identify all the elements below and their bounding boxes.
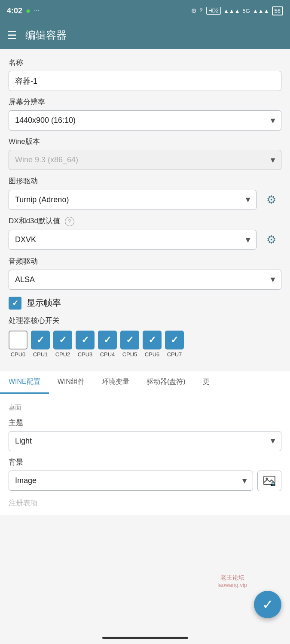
dx-row: DXVK ▼ ⚙ (9, 230, 281, 250)
cpu-item-2[interactable]: ✓ CPU2 (53, 331, 72, 358)
cpu1-checkbox[interactable]: ✓ (31, 331, 50, 349)
graphics-driver-select[interactable]: Turnip (Adreno) ▼ (9, 190, 256, 210)
watermark-top: 老王论坛 (217, 574, 247, 582)
tab-more[interactable]: 更 (194, 371, 218, 394)
show-fps-row: ✓ 显示帧率 (9, 297, 281, 310)
tab-env-vars[interactable]: 环境变量 (93, 371, 138, 394)
cpu6-label: CPU6 (145, 351, 160, 358)
wine-config-tab-content: 桌面 主题 Light ▼ 背景 Image ▼ 📷 注册表项 (0, 394, 290, 515)
background-row: Image ▼ 📷 (9, 471, 281, 491)
cpu7-checkmark: ✓ (171, 334, 178, 346)
audio-driver-label: 音频驱动 (9, 256, 281, 266)
theme-select[interactable]: Light ▼ (9, 431, 281, 451)
resolution-label: 屏幕分辨率 (9, 97, 281, 107)
cpu-item-1[interactable]: ✓ CPU1 (31, 331, 50, 358)
watermark: 老王论坛 laowang.vip (217, 574, 247, 588)
status-right: ⊕ 𝄢 HD2 ▲▲▲ 5G ▲▲▲ 56 (191, 6, 283, 15)
cpu2-checkmark: ✓ (59, 334, 67, 346)
resolution-select[interactable]: 1440x900 (16:10) ▼ (9, 110, 281, 131)
cpu3-checkmark: ✓ (81, 334, 89, 346)
show-fps-label: 显示帧率 (27, 297, 61, 309)
tab-win-components[interactable]: WIN组件 (49, 371, 93, 394)
status-dots: ··· (34, 7, 40, 15)
status-bar: 4:02 ● ··· ⊕ 𝄢 HD2 ▲▲▲ 5G ▲▲▲ 56 (0, 0, 290, 21)
cpu4-label: CPU4 (100, 351, 115, 358)
cpu-item-5[interactable]: ✓ CPU5 (120, 331, 139, 358)
dx-label: DX和d3d默认值 ? (9, 216, 281, 226)
cpu1-checkmark: ✓ (37, 334, 44, 346)
show-fps-checkmark: ✓ (12, 298, 18, 308)
bottom-nav-indicator (102, 637, 188, 639)
cpu3-label: CPU3 (78, 351, 93, 358)
graphics-driver-value: Turnip (Adreno) (9, 190, 256, 210)
cpu-item-6[interactable]: ✓ CPU6 (143, 331, 162, 358)
cpu-grid: ✓ CPU0 ✓ CPU1 ✓ CPU2 ✓ CPU3 (9, 331, 281, 358)
name-label: 名称 (9, 58, 281, 67)
background-image-button[interactable]: 📷 (257, 471, 281, 491)
5g-label: 5G (243, 8, 250, 14)
cpu6-checkmark: ✓ (148, 334, 156, 346)
graphics-driver-settings-button[interactable]: ⚙ (261, 189, 281, 210)
status-time: 4:02 (7, 6, 22, 15)
svg-text:📷: 📷 (270, 481, 275, 486)
cpu2-label: CPU2 (55, 351, 70, 358)
audio-driver-value: ALSA (9, 270, 281, 289)
battery-indicator: 56 (272, 6, 283, 15)
headphone-icon: 𝄢 (199, 7, 204, 15)
dx-select[interactable]: DXVK ▼ (9, 230, 256, 250)
bluetooth-icon: ⊕ (191, 7, 197, 15)
tabs-bar: WINE配置 WIN组件 环境变量 驱动器(盘符) 更 (0, 371, 290, 394)
signal2-icon: ▲▲▲ (253, 8, 269, 14)
graphics-driver-label: 图形驱动 (9, 176, 281, 186)
fab-checkmark-icon: ✓ (262, 596, 274, 613)
theme-value: Light (9, 431, 281, 451)
cpu-item-0[interactable]: ✓ CPU0 (9, 331, 27, 358)
background-select[interactable]: Image ▼ (9, 471, 253, 491)
name-input[interactable] (9, 71, 281, 91)
cpu0-label: CPU0 (11, 351, 26, 358)
signal-icon: ▲▲▲ (223, 8, 240, 14)
dx-help-icon[interactable]: ? (65, 217, 74, 226)
desktop-section-header: 桌面 (9, 404, 281, 412)
cpu4-checkmark: ✓ (104, 334, 111, 346)
dx-label-text: DX和d3d默认值 (9, 217, 60, 225)
cpu7-checkbox[interactable]: ✓ (165, 331, 184, 349)
wine-version-select[interactable]: Wine 9.3 (x86_64) ▼ (9, 150, 281, 170)
cpu-item-7[interactable]: ✓ CPU7 (165, 331, 184, 358)
status-left: 4:02 ● ··· (7, 6, 40, 15)
wine-version-label: Wine版本 (9, 137, 281, 146)
cpu1-label: CPU1 (33, 351, 48, 358)
cpu7-label: CPU7 (167, 351, 182, 358)
main-content: 名称 屏幕分辨率 1440x900 (16:10) ▼ Wine版本 Wine … (0, 49, 290, 365)
graphics-driver-row: Turnip (Adreno) ▼ ⚙ (9, 189, 281, 210)
cpu5-label: CPU5 (122, 351, 137, 358)
cpu5-checkbox[interactable]: ✓ (120, 331, 139, 349)
page-title: 编辑容器 (25, 28, 67, 42)
image-icon: 📷 (263, 476, 275, 486)
registry-label: 注册表项 (9, 498, 281, 508)
resolution-value: 1440x900 (16:10) (9, 111, 281, 130)
cpu2-checkbox[interactable]: ✓ (53, 331, 72, 349)
watermark-bottom: laowang.vip (217, 582, 247, 588)
cpu-item-4[interactable]: ✓ CPU4 (98, 331, 117, 358)
dx-value: DXVK (9, 230, 256, 249)
background-value: Image (9, 471, 253, 490)
show-fps-checkbox[interactable]: ✓ (9, 297, 21, 310)
top-app-bar: ☰ 编辑容器 (0, 21, 290, 49)
cpu-section-label: 处理器核心开关 (9, 316, 281, 325)
wine-version-value: Wine 9.3 (x86_64) (9, 150, 281, 170)
cpu6-checkbox[interactable]: ✓ (143, 331, 162, 349)
audio-driver-select[interactable]: ALSA ▼ (9, 270, 281, 290)
cpu0-checkbox[interactable]: ✓ (9, 331, 27, 349)
theme-label: 主题 (9, 418, 281, 428)
tab-drivers[interactable]: 驱动器(盘符) (138, 371, 194, 394)
tab-wine-config[interactable]: WINE配置 (0, 371, 49, 394)
fab-confirm-button[interactable]: ✓ (254, 591, 281, 618)
dx-settings-button[interactable]: ⚙ (261, 230, 281, 250)
hamburger-menu-icon[interactable]: ☰ (7, 29, 17, 42)
wechat-icon: ● (26, 6, 31, 15)
cpu3-checkbox[interactable]: ✓ (76, 331, 95, 349)
cpu-item-3[interactable]: ✓ CPU3 (76, 331, 95, 358)
cpu4-checkbox[interactable]: ✓ (98, 331, 117, 349)
cpu5-checkmark: ✓ (126, 334, 134, 346)
